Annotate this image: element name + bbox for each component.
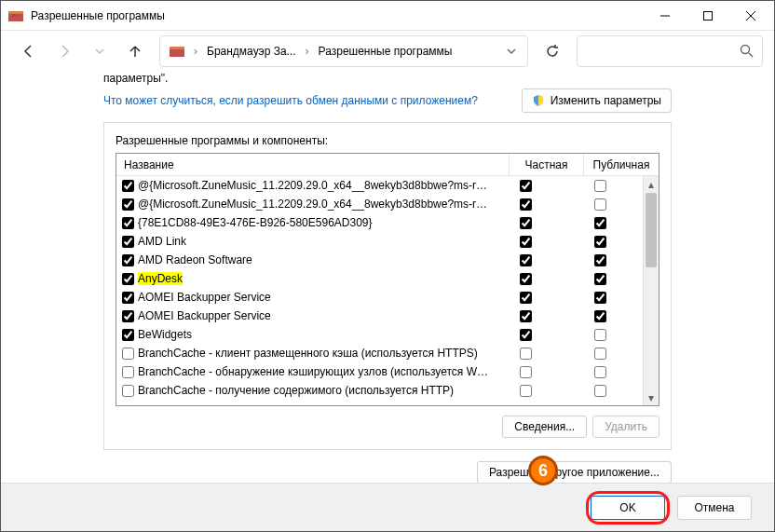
item-enable-checkbox[interactable] (122, 273, 134, 285)
item-private-checkbox[interactable] (520, 292, 532, 304)
back-button[interactable] (12, 34, 46, 68)
item-public-checkbox[interactable] (594, 180, 606, 192)
search-input[interactable] (577, 35, 763, 67)
item-public-checkbox[interactable] (594, 254, 606, 266)
list-item[interactable]: @{Microsoft.ZuneMusic_11.2209.29.0_x64__… (116, 195, 643, 213)
item-private-checkbox[interactable] (520, 348, 532, 360)
chevron-right-icon: › (194, 45, 197, 58)
chevron-right-icon: › (306, 45, 309, 58)
item-public-checkbox[interactable] (594, 310, 606, 322)
item-private-checkbox[interactable] (520, 385, 532, 397)
list-item[interactable]: @{Microsoft.ZuneMusic_11.2209.29.0_x64__… (116, 176, 643, 195)
item-private-checkbox[interactable] (520, 180, 532, 192)
apps-list: Название Частная Публичная @{Microsoft.Z… (116, 153, 659, 406)
content: параметры". Что может случиться, если ра… (1, 72, 774, 484)
item-public-checkbox[interactable] (594, 198, 606, 211)
footer: OK Отмена (1, 483, 774, 531)
list-item[interactable]: BeWidgets (116, 325, 643, 344)
item-enable-checkbox[interactable] (122, 198, 134, 211)
item-name: {78E1CD88-49E3-476E-B926-580E596AD309} (138, 216, 488, 229)
ok-button[interactable]: OK (591, 496, 665, 520)
list-item[interactable]: BranchCache - получение содержимого (исп… (116, 381, 643, 400)
breadcrumb-seg-1[interactable]: Брандмауэр За... (201, 41, 302, 61)
item-public-checkbox[interactable] (594, 292, 606, 304)
item-name: AMD Link (138, 235, 488, 248)
titlebar: Разрешенные программы (1, 1, 774, 31)
svg-rect-4 (704, 11, 713, 20)
scroll-up-icon[interactable]: ▴ (644, 176, 659, 192)
item-enable-checkbox[interactable] (122, 310, 134, 322)
scrollbar[interactable]: ▴ ▾ (643, 176, 659, 405)
svg-rect-2 (12, 14, 16, 17)
allow-another-app-button[interactable]: Разрешить другое приложение... (477, 461, 672, 484)
list-item[interactable]: AOMEI Backupper Service (116, 307, 643, 325)
item-private-checkbox[interactable] (520, 329, 532, 341)
svg-line-10 (749, 53, 753, 57)
item-private-checkbox[interactable] (520, 273, 532, 285)
item-enable-checkbox[interactable] (122, 180, 134, 192)
item-private-checkbox[interactable] (520, 217, 532, 229)
item-name: AOMEI Backupper Service (138, 309, 488, 322)
item-private-checkbox[interactable] (520, 254, 532, 266)
item-enable-checkbox[interactable] (122, 385, 134, 397)
item-private-checkbox[interactable] (520, 198, 532, 211)
apps-panel: Разрешенные программы и компоненты: Назв… (103, 122, 672, 450)
svg-rect-8 (170, 47, 184, 49)
item-public-checkbox[interactable] (594, 385, 606, 397)
item-public-checkbox[interactable] (594, 366, 606, 378)
close-button[interactable] (729, 1, 772, 30)
recent-button[interactable] (83, 34, 116, 68)
item-name: AOMEI Backupper Service (138, 291, 488, 304)
item-enable-checkbox[interactable] (122, 292, 134, 304)
shield-icon (532, 94, 545, 107)
up-button[interactable] (118, 34, 152, 68)
firewall-icon (8, 8, 23, 23)
col-public[interactable]: Публичная (584, 155, 659, 175)
list-item[interactable]: BranchCache - клиент размещенного кэша (… (116, 344, 643, 362)
item-public-checkbox[interactable] (594, 273, 606, 285)
list-header: Название Частная Публичная (116, 154, 659, 176)
change-settings-button[interactable]: Изменить параметры (522, 89, 672, 113)
item-enable-checkbox[interactable] (122, 254, 134, 266)
cancel-button[interactable]: Отмена (677, 496, 752, 520)
minimize-button[interactable] (644, 1, 687, 30)
item-name: AMD Radeon Software (138, 253, 488, 266)
breadcrumb-seg-2[interactable]: Разрешенные программы (313, 41, 458, 61)
nav-row: › Брандмауэр За... › Разрешенные програм… (1, 31, 774, 72)
scroll-down-icon[interactable]: ▾ (644, 389, 659, 405)
item-name: BranchCache - обнаружение кэширующих узл… (138, 365, 488, 378)
col-private[interactable]: Частная (510, 155, 584, 175)
item-enable-checkbox[interactable] (122, 236, 134, 248)
remove-button[interactable]: Удалить (592, 416, 659, 438)
item-enable-checkbox[interactable] (122, 217, 134, 229)
window-buttons (644, 1, 772, 30)
details-button[interactable]: Сведения... (502, 416, 587, 438)
ok-highlight: OK (586, 491, 670, 525)
list-item[interactable]: BranchCache - обнаружение кэширующих узл… (116, 362, 643, 381)
breadcrumb-dropdown[interactable] (499, 43, 523, 60)
item-public-checkbox[interactable] (594, 348, 606, 360)
scroll-thumb[interactable] (646, 193, 657, 267)
list-item[interactable]: AMD Radeon Software (116, 251, 643, 269)
maximize-button[interactable] (687, 1, 729, 30)
list-item[interactable]: AOMEI Backupper Service (116, 288, 643, 307)
list-item[interactable]: AnyDesk (116, 269, 643, 288)
breadcrumb-bar[interactable]: › Брандмауэр За... › Разрешенные програм… (159, 35, 528, 67)
item-private-checkbox[interactable] (520, 366, 532, 378)
svg-rect-1 (8, 11, 23, 14)
refresh-button[interactable] (536, 34, 569, 68)
item-public-checkbox[interactable] (594, 329, 606, 341)
item-public-checkbox[interactable] (594, 236, 606, 248)
item-private-checkbox[interactable] (520, 310, 532, 322)
forward-button[interactable] (48, 34, 81, 68)
item-enable-checkbox[interactable] (122, 329, 134, 341)
help-link[interactable]: Что может случиться, если разрешить обме… (103, 94, 478, 107)
item-public-checkbox[interactable] (594, 217, 606, 229)
item-enable-checkbox[interactable] (122, 348, 134, 360)
item-enable-checkbox[interactable] (122, 366, 134, 378)
list-item[interactable]: AMD Link (116, 232, 643, 251)
item-name: @{Microsoft.ZuneMusic_11.2209.29.0_x64__… (138, 179, 488, 192)
col-name[interactable]: Название (116, 155, 510, 175)
item-private-checkbox[interactable] (520, 236, 532, 248)
list-item[interactable]: {78E1CD88-49E3-476E-B926-580E596AD309} (116, 213, 643, 232)
